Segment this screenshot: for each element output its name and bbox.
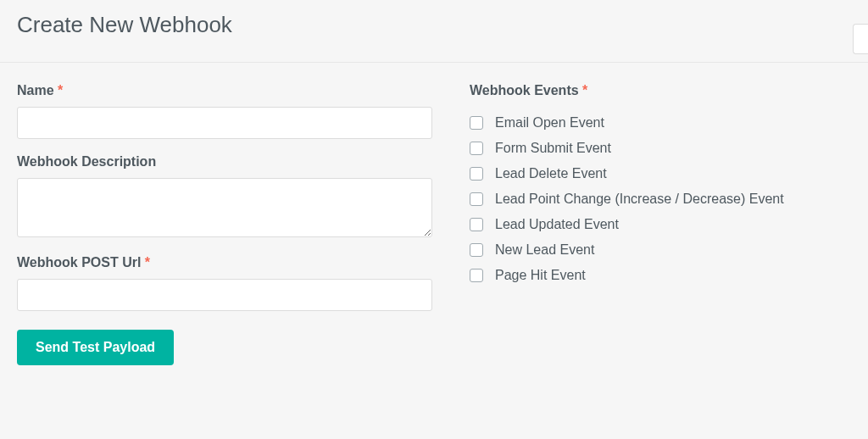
post-url-group: Webhook POST Url * (17, 255, 432, 311)
event-checkbox[interactable] (470, 269, 483, 282)
event-checkbox[interactable] (470, 116, 483, 130)
name-label-text: Name (17, 83, 54, 97)
event-checkbox[interactable] (470, 142, 483, 155)
events-column: Webhook Events * Email Open EventForm Su… (470, 83, 851, 365)
event-row[interactable]: Page Hit Event (470, 263, 851, 288)
event-label: Form Submit Event (495, 141, 611, 156)
events-label-text: Webhook Events (470, 83, 579, 97)
event-label: Lead Delete Event (495, 166, 607, 181)
event-checkbox[interactable] (470, 218, 483, 231)
post-url-label-text: Webhook POST Url (17, 255, 141, 270)
event-row[interactable]: New Lead Event (470, 237, 851, 263)
required-indicator: * (145, 255, 150, 270)
page: Create New Webhook Name * Webhook Descri… (0, 0, 868, 439)
content: Name * Webhook Description Webhook POST … (0, 63, 868, 382)
event-row[interactable]: Lead Updated Event (470, 212, 851, 237)
required-indicator: * (58, 83, 63, 97)
description-textarea[interactable] (17, 178, 432, 237)
send-test-payload-button[interactable]: Send Test Payload (17, 330, 174, 365)
post-url-input[interactable] (17, 279, 432, 311)
events-label: Webhook Events * (470, 83, 851, 98)
event-label: Lead Updated Event (495, 217, 619, 232)
event-checkbox[interactable] (470, 192, 483, 206)
header-right-control[interactable] (853, 24, 868, 54)
event-row[interactable]: Form Submit Event (470, 136, 851, 161)
event-label: New Lead Event (495, 242, 594, 258)
name-label: Name * (17, 83, 432, 98)
event-row[interactable]: Lead Point Change (Increase / Decrease) … (470, 186, 851, 212)
event-label: Email Open Event (495, 115, 604, 131)
description-label-text: Webhook Description (17, 154, 156, 169)
event-row[interactable]: Lead Delete Event (470, 161, 851, 186)
events-list: Email Open EventForm Submit EventLead De… (470, 110, 851, 288)
name-group: Name * (17, 83, 432, 139)
name-input[interactable] (17, 107, 432, 139)
event-label: Page Hit Event (495, 268, 586, 283)
event-checkbox[interactable] (470, 167, 483, 181)
description-group: Webhook Description (17, 154, 432, 240)
page-title: Create New Webhook (17, 12, 851, 38)
event-label: Lead Point Change (Increase / Decrease) … (495, 192, 784, 207)
event-checkbox[interactable] (470, 243, 483, 257)
post-url-label: Webhook POST Url * (17, 255, 432, 270)
description-label: Webhook Description (17, 154, 432, 169)
form-column: Name * Webhook Description Webhook POST … (17, 83, 432, 365)
required-indicator: * (582, 83, 587, 97)
page-header: Create New Webhook (0, 0, 868, 63)
event-row[interactable]: Email Open Event (470, 110, 851, 136)
